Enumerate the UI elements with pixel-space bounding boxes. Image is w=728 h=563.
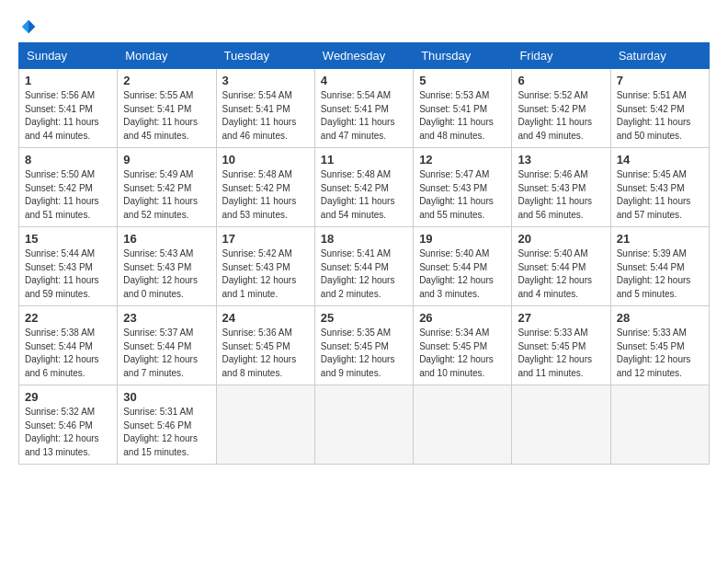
day-info: Sunrise: 5:51 AM Sunset: 5:42 PM Dayligh… [617,89,703,143]
day-number: 9 [123,153,210,167]
day-number: 14 [617,153,703,167]
day-number: 26 [419,311,506,325]
day-number: 29 [25,390,111,404]
day-info: Sunrise: 5:39 AM Sunset: 5:44 PM Dayligh… [617,247,703,301]
calendar-week-4: 22Sunrise: 5:38 AM Sunset: 5:44 PM Dayli… [19,306,710,385]
day-number: 3 [222,74,309,87]
day-info: Sunrise: 5:32 AM Sunset: 5:46 PM Dayligh… [25,406,111,459]
day-info: Sunrise: 5:41 AM Sunset: 5:44 PM Dayligh… [321,247,407,301]
day-number: 20 [518,232,604,246]
day-info: Sunrise: 5:55 AM Sunset: 5:41 PM Dayligh… [123,89,210,143]
day-info: Sunrise: 5:37 AM Sunset: 5:44 PM Dayligh… [123,327,210,380]
weekday-header-wednesday: Wednesday [314,43,413,69]
logo-icon [20,18,37,35]
calendar-cell: 17Sunrise: 5:42 AM Sunset: 5:43 PM Dayli… [216,227,314,306]
calendar-cell: 27Sunrise: 5:33 AM Sunset: 5:45 PM Dayli… [512,306,610,385]
day-number: 11 [321,153,407,167]
day-number: 2 [123,74,210,87]
day-info: Sunrise: 5:46 AM Sunset: 5:43 PM Dayligh… [518,168,604,222]
day-number: 5 [419,74,506,87]
day-number: 17 [222,232,309,246]
day-number: 18 [321,232,407,246]
calendar-cell: 26Sunrise: 5:34 AM Sunset: 5:45 PM Dayli… [414,306,512,385]
weekday-header-thursday: Thursday [414,43,512,69]
calendar-cell [414,385,512,465]
day-info: Sunrise: 5:33 AM Sunset: 5:45 PM Dayligh… [518,327,604,380]
day-info: Sunrise: 5:52 AM Sunset: 5:42 PM Dayligh… [518,89,604,143]
logo [18,18,37,35]
calendar-cell: 15Sunrise: 5:44 AM Sunset: 5:43 PM Dayli… [19,227,118,306]
day-number: 24 [222,311,309,325]
calendar-cell: 25Sunrise: 5:35 AM Sunset: 5:45 PM Dayli… [314,306,413,385]
day-number: 8 [25,153,111,167]
calendar-week-1: 1Sunrise: 5:56 AM Sunset: 5:41 PM Daylig… [19,69,710,148]
calendar-cell: 18Sunrise: 5:41 AM Sunset: 5:44 PM Dayli… [314,227,413,306]
day-info: Sunrise: 5:33 AM Sunset: 5:45 PM Dayligh… [617,327,703,380]
day-info: Sunrise: 5:35 AM Sunset: 5:45 PM Dayligh… [321,327,407,380]
calendar-cell: 12Sunrise: 5:47 AM Sunset: 5:43 PM Dayli… [414,148,512,227]
day-number: 15 [25,232,111,246]
calendar-week-3: 15Sunrise: 5:44 AM Sunset: 5:43 PM Dayli… [19,227,710,306]
calendar-header-row: SundayMondayTuesdayWednesdayThursdayFrid… [19,43,710,69]
day-number: 23 [123,311,210,325]
calendar-body: 1Sunrise: 5:56 AM Sunset: 5:41 PM Daylig… [19,69,710,465]
day-number: 30 [123,390,210,404]
calendar-cell: 20Sunrise: 5:40 AM Sunset: 5:44 PM Dayli… [512,227,610,306]
day-info: Sunrise: 5:38 AM Sunset: 5:44 PM Dayligh… [25,327,111,380]
calendar-cell: 22Sunrise: 5:38 AM Sunset: 5:44 PM Dayli… [19,306,118,385]
day-number: 6 [518,74,604,87]
calendar-table: SundayMondayTuesdayWednesdayThursdayFrid… [18,42,710,465]
day-info: Sunrise: 5:43 AM Sunset: 5:43 PM Dayligh… [123,247,210,301]
day-number: 1 [25,74,111,87]
day-info: Sunrise: 5:45 AM Sunset: 5:43 PM Dayligh… [617,168,703,222]
calendar-week-5: 29Sunrise: 5:32 AM Sunset: 5:46 PM Dayli… [19,385,710,465]
day-info: Sunrise: 5:50 AM Sunset: 5:42 PM Dayligh… [25,168,111,222]
day-number: 27 [518,311,604,325]
day-number: 21 [617,232,703,246]
calendar-cell: 11Sunrise: 5:48 AM Sunset: 5:42 PM Dayli… [314,148,413,227]
calendar-cell: 24Sunrise: 5:36 AM Sunset: 5:45 PM Dayli… [216,306,314,385]
day-info: Sunrise: 5:56 AM Sunset: 5:41 PM Dayligh… [25,89,111,143]
calendar-cell: 5Sunrise: 5:53 AM Sunset: 5:41 PM Daylig… [414,69,512,148]
day-info: Sunrise: 5:48 AM Sunset: 5:42 PM Dayligh… [321,168,407,222]
day-info: Sunrise: 5:31 AM Sunset: 5:46 PM Dayligh… [123,406,210,459]
day-number: 13 [518,153,604,167]
day-info: Sunrise: 5:49 AM Sunset: 5:42 PM Dayligh… [123,168,210,222]
day-number: 19 [419,232,506,246]
weekday-header-friday: Friday [512,43,610,69]
calendar-cell: 2Sunrise: 5:55 AM Sunset: 5:41 PM Daylig… [118,69,216,148]
calendar-cell [314,385,413,465]
calendar-cell: 8Sunrise: 5:50 AM Sunset: 5:42 PM Daylig… [19,148,118,227]
day-info: Sunrise: 5:42 AM Sunset: 5:43 PM Dayligh… [222,247,309,301]
weekday-header-sunday: Sunday [19,43,118,69]
day-number: 10 [222,153,309,167]
weekday-header-monday: Monday [118,43,216,69]
calendar-cell: 30Sunrise: 5:31 AM Sunset: 5:46 PM Dayli… [118,385,216,465]
calendar-cell: 7Sunrise: 5:51 AM Sunset: 5:42 PM Daylig… [610,69,709,148]
calendar-cell: 14Sunrise: 5:45 AM Sunset: 5:43 PM Dayli… [610,148,709,227]
calendar-cell: 10Sunrise: 5:48 AM Sunset: 5:42 PM Dayli… [216,148,314,227]
calendar-cell: 4Sunrise: 5:54 AM Sunset: 5:41 PM Daylig… [314,69,413,148]
day-info: Sunrise: 5:54 AM Sunset: 5:41 PM Dayligh… [321,89,407,143]
day-number: 12 [419,153,506,167]
day-number: 28 [617,311,703,325]
calendar-cell: 16Sunrise: 5:43 AM Sunset: 5:43 PM Dayli… [118,227,216,306]
weekday-header-tuesday: Tuesday [216,43,314,69]
calendar-cell: 21Sunrise: 5:39 AM Sunset: 5:44 PM Dayli… [610,227,709,306]
day-info: Sunrise: 5:34 AM Sunset: 5:45 PM Dayligh… [419,327,506,380]
day-number: 7 [617,74,703,87]
day-info: Sunrise: 5:36 AM Sunset: 5:45 PM Dayligh… [222,327,309,380]
day-number: 16 [123,232,210,246]
day-info: Sunrise: 5:40 AM Sunset: 5:44 PM Dayligh… [419,247,506,301]
calendar-cell [216,385,314,465]
day-number: 22 [25,311,111,325]
calendar-cell: 13Sunrise: 5:46 AM Sunset: 5:43 PM Dayli… [512,148,610,227]
day-info: Sunrise: 5:47 AM Sunset: 5:43 PM Dayligh… [419,168,506,222]
day-number: 4 [321,74,407,87]
calendar-cell: 3Sunrise: 5:54 AM Sunset: 5:41 PM Daylig… [216,69,314,148]
day-info: Sunrise: 5:48 AM Sunset: 5:42 PM Dayligh… [222,168,309,222]
day-info: Sunrise: 5:53 AM Sunset: 5:41 PM Dayligh… [419,89,506,143]
day-info: Sunrise: 5:44 AM Sunset: 5:43 PM Dayligh… [25,247,111,301]
calendar-cell: 9Sunrise: 5:49 AM Sunset: 5:42 PM Daylig… [118,148,216,227]
day-info: Sunrise: 5:40 AM Sunset: 5:44 PM Dayligh… [518,247,604,301]
